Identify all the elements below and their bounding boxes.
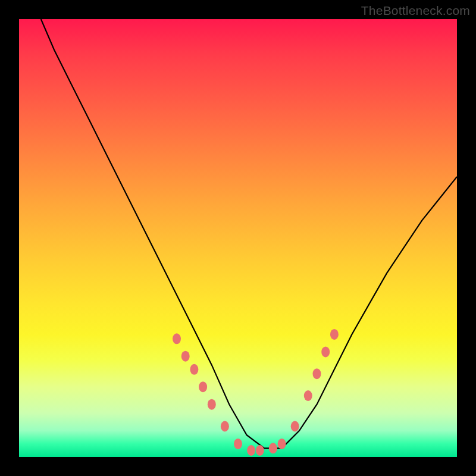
bottleneck-curve xyxy=(41,19,457,448)
highlight-dot xyxy=(269,443,277,453)
highlight-dot xyxy=(234,439,242,449)
chart-frame: TheBottleneck.com xyxy=(0,0,476,476)
highlight-dot xyxy=(291,421,299,432)
highlight-dot xyxy=(181,351,190,362)
highlight-dot xyxy=(313,368,321,379)
plot-area xyxy=(19,19,457,457)
highlight-dot xyxy=(247,445,255,456)
highlight-dot xyxy=(173,333,181,344)
bottleneck-curve-svg xyxy=(19,19,457,457)
highlight-dot xyxy=(321,346,330,357)
highlight-dot xyxy=(278,439,286,449)
highlight-dot xyxy=(304,390,312,401)
highlight-dot xyxy=(208,399,216,410)
highlight-dot xyxy=(330,329,339,340)
highlighted-points-group xyxy=(173,329,339,456)
highlight-dot xyxy=(256,445,264,456)
watermark-text: TheBottleneck.com xyxy=(361,4,470,18)
highlight-dot xyxy=(221,421,229,432)
highlight-dot xyxy=(199,381,207,392)
highlight-dot xyxy=(190,364,198,375)
